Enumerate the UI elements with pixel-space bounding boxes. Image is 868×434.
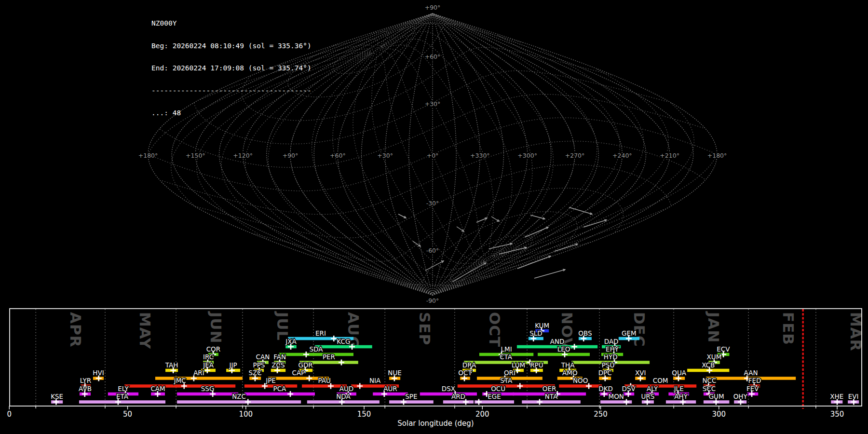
sky-lon-label: +240° <box>612 152 632 159</box>
shower-label: NDA <box>336 393 351 400</box>
shower-label: KSE <box>51 393 63 400</box>
shower-label: KCG <box>337 338 350 345</box>
sky-lon-label: +270° <box>565 152 585 159</box>
shower-row: KSEETANZCNDASPEARDEGENTAMONURSAHYGUMOHYX… <box>51 393 859 405</box>
shower-label: OER <box>542 385 556 393</box>
shower-bar <box>79 400 165 404</box>
shower-label: JEA <box>203 361 214 369</box>
shower-label: NCC <box>702 377 716 384</box>
radiant-map-and-timeline-plot: +180°+150°+120°+90°+60°+30°+0°+330°+300°… <box>0 0 868 434</box>
shower-label: NZC <box>232 393 246 400</box>
shower-label: ARD <box>451 393 465 400</box>
shower-label: OCT <box>458 369 472 377</box>
shower-bar <box>389 400 434 404</box>
sky-lat-label: -60° <box>426 247 439 254</box>
shower-peak-marker <box>245 399 251 405</box>
shower-label: CTA <box>500 353 513 361</box>
shower-label: DAD <box>604 338 619 345</box>
shower-label: EHY <box>606 345 619 353</box>
shower-peak-marker <box>537 399 542 405</box>
sky-lon-label: +0° <box>427 152 439 159</box>
sky-lon-label: +300° <box>517 152 537 159</box>
axis-tick-label: 100 <box>239 410 253 419</box>
shower-label: DKD <box>598 385 613 393</box>
meteor-count-line: ...: 48 <box>151 109 312 117</box>
shower-label: XCB <box>702 361 715 369</box>
sky-grid2-meridian <box>371 31 620 256</box>
meteor-track <box>413 241 420 246</box>
shower-label: NTA <box>545 393 558 400</box>
shower-row: LYRJMCJPEPAUNIASTANOOCOMNCCFED <box>80 377 761 389</box>
observation-header: NZ000Y Beg: 20260224 08:10:49 (sol = 335… <box>151 5 312 132</box>
shower-peak-marker <box>357 383 363 389</box>
shower-label: PCA <box>273 385 287 393</box>
sky-lat-label: +60° <box>425 53 441 60</box>
shower-label: JIP <box>229 361 237 369</box>
radiant-map-screen: +180°+150°+120°+90°+60°+30°+0°+330°+300°… <box>0 0 868 434</box>
shower-bar <box>373 393 408 396</box>
shower-label: TAH <box>165 361 178 369</box>
shower-label: DSX <box>442 385 455 393</box>
month-label: FEB <box>780 312 797 345</box>
shower-label: OBS <box>578 329 592 337</box>
shower-label: SPE <box>405 393 417 400</box>
meteor-track <box>457 227 464 231</box>
shower-label: JPE <box>265 377 276 384</box>
shower-peak-marker <box>306 376 312 381</box>
shower-bar <box>522 400 581 404</box>
month-label: JUN <box>207 311 225 344</box>
sky-lon-label: +150° <box>186 152 205 159</box>
shower-peak-marker <box>624 399 629 405</box>
shower-bar <box>279 353 353 356</box>
shower-bar <box>155 377 243 380</box>
begin-time-line: Beg: 20260224 08:10:49 (sol = 335.36°) <box>151 42 312 50</box>
shower-label: STA <box>500 377 513 384</box>
meteor-track <box>517 256 551 269</box>
month-label: JUL <box>274 311 291 340</box>
sky-lon-label: +90° <box>283 152 298 159</box>
sky-grid2-meridian <box>312 53 484 286</box>
sky-grid2-parallel <box>333 27 415 73</box>
shower-bar <box>244 393 315 396</box>
sky-lat-label: -90° <box>426 297 439 304</box>
sky-grid2-parallel <box>342 212 577 285</box>
shower-label: THA <box>561 361 575 369</box>
shower-label: FEV <box>746 385 759 393</box>
meteor-track <box>489 244 512 249</box>
shower-label: LMI <box>501 345 512 353</box>
shower-label: AAN <box>744 369 758 377</box>
sky-lon-label: +210° <box>660 152 679 159</box>
shower-label: HYD <box>604 353 618 361</box>
shower-label: AND <box>550 338 565 345</box>
month-label: SEP <box>416 312 434 345</box>
month-label: APR <box>67 312 84 348</box>
activity-timeline: APRMAYJUNJULAUGSEPOCTNOVDECJANFEBMARKUME… <box>7 309 865 428</box>
shower-label: ARI <box>193 369 204 377</box>
month-label: MAY <box>136 312 154 349</box>
shower-label: NIA <box>369 377 381 384</box>
shower-label: COM <box>653 377 668 384</box>
shower-label: LEO <box>557 345 570 353</box>
shower-label: SLD <box>529 329 542 337</box>
meteor-track <box>569 207 592 214</box>
sky-lat-label: -30° <box>426 200 439 207</box>
axis-tick-label: 200 <box>475 410 489 419</box>
axis-tick-label: 150 <box>357 410 371 419</box>
shower-peak-marker <box>517 383 523 389</box>
shower-bar <box>458 384 555 388</box>
shower-label: AHY <box>674 393 688 400</box>
meteor-track <box>476 218 487 222</box>
sky-lat-label: +30° <box>425 100 441 108</box>
shower-peak-marker <box>303 352 309 357</box>
shower-bar <box>559 384 602 388</box>
sky-lon-label: +330° <box>470 152 490 159</box>
shower-label: ORI <box>504 369 515 377</box>
sky-lat-label: +90° <box>425 4 441 11</box>
sky-lon-label: +180° <box>707 152 727 159</box>
shower-label: AUR <box>383 385 397 393</box>
station-id: NZ000Y <box>151 20 312 27</box>
axis-title: Solar longitude (deg) <box>397 419 474 428</box>
shower-label: EGE <box>488 393 501 400</box>
sky-grid2-meridian <box>380 14 575 256</box>
shower-bar <box>177 393 238 396</box>
